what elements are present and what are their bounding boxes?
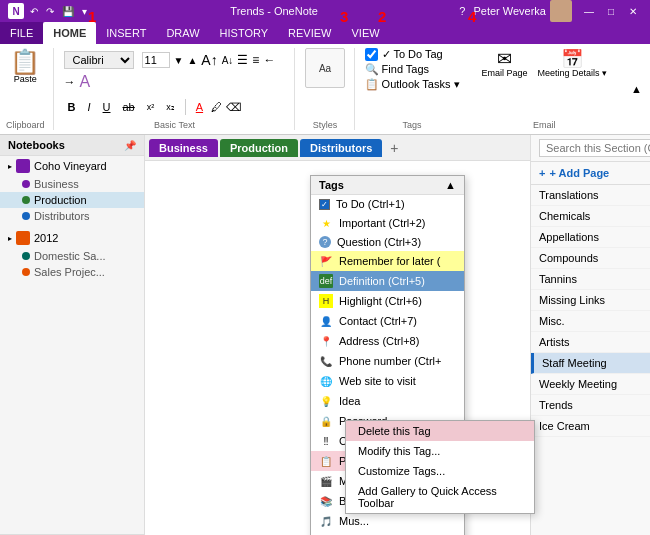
tag-phone[interactable]: 📞 Phone number (Ctrl+: [311, 351, 464, 371]
notebook-coho-vineyard[interactable]: ▸ Coho Vineyard: [0, 156, 144, 176]
tab-draw[interactable]: DRAW: [156, 22, 209, 44]
page-chemicals[interactable]: Chemicals: [531, 206, 650, 227]
add-page-btn[interactable]: + + Add Page: [531, 162, 650, 185]
search-input[interactable]: [539, 139, 650, 157]
help-btn[interactable]: ?: [459, 5, 465, 17]
save-btn[interactable]: 💾: [60, 4, 76, 19]
styles-preview: Aa: [319, 63, 331, 74]
italic-btn[interactable]: I: [83, 99, 94, 115]
page-misc[interactable]: Misc.: [531, 311, 650, 332]
clear-format-btn[interactable]: ⌫: [226, 101, 242, 114]
page-appellations[interactable]: Appellations: [531, 227, 650, 248]
outlook-tasks-btn[interactable]: 📋 Outlook Tasks ▾: [365, 78, 460, 91]
do-tag-checkbox[interactable]: [365, 48, 378, 61]
password-icon: 🔒: [319, 414, 333, 428]
email-meeting-group: ✉ Email Page 📅 Meeting Details ▾ Email: [478, 48, 620, 130]
size-up[interactable]: ▲: [187, 55, 197, 66]
section-sales[interactable]: Sales Projec...: [0, 264, 144, 280]
tab-history[interactable]: HISTORY: [210, 22, 279, 44]
context-customize-tags[interactable]: Customize Tags...: [346, 461, 534, 481]
size-down[interactable]: ▼: [174, 55, 184, 66]
shrink-font[interactable]: A↓: [222, 55, 234, 66]
section-domestic[interactable]: Domestic Sa...: [0, 248, 144, 264]
tab-view[interactable]: VIEW: [341, 22, 389, 44]
num-list-icon[interactable]: ≡: [252, 53, 259, 67]
tag-important[interactable]: ★ Important (Ctrl+2): [311, 213, 464, 233]
bullet-list-icon[interactable]: ☰: [237, 53, 248, 67]
tag-source[interactable]: 🔗 Sou...: [311, 531, 464, 535]
subscript-btn[interactable]: x₂: [162, 100, 179, 114]
font-size-input[interactable]: [142, 52, 170, 68]
page-compounds[interactable]: Compounds: [531, 248, 650, 269]
indent-left-icon[interactable]: ←: [263, 53, 275, 67]
styles-icon[interactable]: A: [80, 73, 91, 91]
section-business[interactable]: Business: [0, 176, 144, 192]
back-btn[interactable]: ↶: [28, 4, 40, 19]
meeting-icon: 📅: [561, 50, 583, 68]
tag-address[interactable]: 📍 Address (Ctrl+8): [311, 331, 464, 351]
tag-idea[interactable]: 💡 Idea: [311, 391, 464, 411]
page-artists[interactable]: Artists: [531, 332, 650, 353]
tag-todo[interactable]: ✓ To Do (Ctrl+1): [311, 195, 464, 213]
music-icon: 🎵: [319, 514, 333, 528]
ribbon-collapse-btn[interactable]: ▲: [629, 48, 644, 130]
page-weekly-meeting[interactable]: Weekly Meeting: [531, 374, 650, 395]
find-tags-label[interactable]: 🔍 Find Tags: [365, 63, 430, 76]
tag-highlight[interactable]: H Highlight (Ctrl+6): [311, 291, 464, 311]
superscript-btn[interactable]: x²: [143, 100, 159, 114]
redo-btn[interactable]: ↷: [44, 4, 56, 19]
tag-remember-label: Remember for later (: [339, 255, 440, 267]
context-modify-tag[interactable]: Modify this Tag...: [346, 441, 534, 461]
context-delete-tag[interactable]: Delete this Tag: [346, 421, 534, 441]
highlight-btn[interactable]: 🖊: [211, 101, 222, 113]
idea-icon: 💡: [319, 394, 333, 408]
font-family-select[interactable]: Calibri: [64, 51, 134, 69]
tab-production[interactable]: Production: [220, 139, 298, 157]
tags-group-label: Tags: [403, 118, 422, 130]
section-production[interactable]: Production: [0, 192, 144, 208]
paste-btn[interactable]: 📋 Paste: [6, 48, 44, 86]
font-color-btn[interactable]: A: [192, 99, 207, 115]
page-ice-cream[interactable]: Ice Cream: [531, 416, 650, 437]
page-missing-links[interactable]: Missing Links: [531, 290, 650, 311]
tags-scroll-up[interactable]: ▲: [445, 179, 456, 191]
tag-contact[interactable]: 👤 Contact (Ctrl+7): [311, 311, 464, 331]
tag-question[interactable]: ? Question (Ctrl+3): [311, 233, 464, 251]
tab-review[interactable]: REVIEW: [278, 22, 341, 44]
notebook-2012[interactable]: ▸ 2012: [0, 228, 144, 248]
tab-business[interactable]: Business: [149, 139, 218, 157]
tag-music[interactable]: 🎵 Mus...: [311, 511, 464, 531]
tab-distributors[interactable]: Distributors: [300, 139, 382, 157]
grow-font[interactable]: A↑: [201, 52, 217, 68]
tag-music-label: Mus...: [339, 515, 369, 527]
tab-insert[interactable]: INSERT: [96, 22, 156, 44]
bold-btn[interactable]: B: [64, 99, 80, 115]
page-trends[interactable]: Trends: [531, 395, 650, 416]
notebooks-pin-btn[interactable]: 📌: [124, 140, 136, 151]
page-staff-meeting[interactable]: Staff Meeting: [531, 353, 650, 374]
section-distributors[interactable]: Distributors: [0, 208, 144, 224]
underline-btn[interactable]: U: [99, 99, 115, 115]
context-add-gallery[interactable]: Add Gallery to Quick Access Toolbar: [346, 481, 534, 513]
tags-dropdown-title: Tags: [319, 179, 344, 191]
page-tannins[interactable]: Tannins: [531, 269, 650, 290]
indent-right-icon[interactable]: →: [64, 75, 76, 89]
tag-definition[interactable]: def Definition (Ctrl+5): [311, 271, 464, 291]
add-tab-btn[interactable]: +: [384, 138, 404, 158]
minimize-btn[interactable]: —: [580, 4, 598, 18]
sales-dot: [22, 268, 30, 276]
tag-remember[interactable]: 🚩 Remember for later (: [311, 251, 464, 271]
close-btn[interactable]: ✕: [624, 4, 642, 18]
tab-home[interactable]: HOME: [43, 22, 96, 44]
meeting-details-btn[interactable]: 📅 Meeting Details ▾: [534, 48, 612, 80]
dropdown-btn[interactable]: ▾: [80, 4, 89, 19]
strikethrough-btn[interactable]: ab: [119, 99, 139, 115]
styles-btn[interactable]: Aa: [305, 48, 345, 88]
restore-btn[interactable]: □: [602, 4, 620, 18]
tag-website[interactable]: 🌐 Web site to visit: [311, 371, 464, 391]
ribbon: 📋 Paste Clipboard Calibri ▼ ▲ A↑ A↓ ☰ ≡: [0, 44, 650, 135]
tab-file[interactable]: FILE: [0, 22, 43, 44]
email-page-btn[interactable]: ✉ Email Page: [478, 48, 532, 80]
page-translations[interactable]: Translations: [531, 185, 650, 206]
window-controls: — □ ✕: [580, 4, 642, 18]
